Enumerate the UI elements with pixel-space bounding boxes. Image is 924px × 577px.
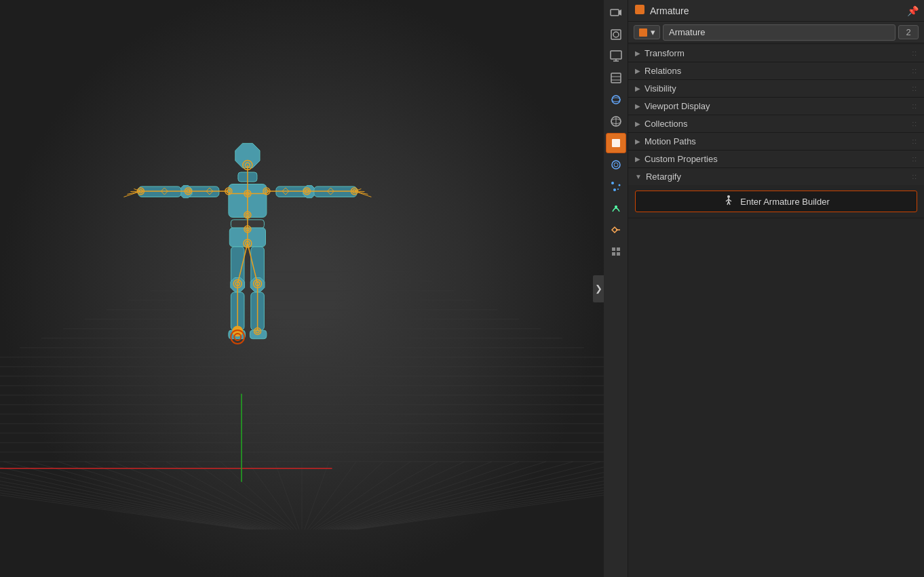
svg-rect-15 (612, 139, 620, 147)
object-name-input[interactable] (663, 24, 896, 41)
toolbar-icon-scene2[interactable] (606, 89, 626, 110)
collections-chevron: ▶ (635, 120, 640, 127)
toolbar-icon-render[interactable] (606, 24, 626, 45)
svg-point-11 (612, 98, 620, 102)
object-selector: ▾ 2 (628, 22, 924, 43)
svg-rect-25 (612, 252, 615, 256)
section-transform: ▶ Transform :: (628, 45, 924, 62)
custom-properties-chevron: ▶ (635, 155, 640, 163)
object-selector-button[interactable]: ▾ (634, 25, 660, 39)
toolbar-icon-output[interactable] (606, 46, 626, 66)
object-count: 2 (898, 25, 919, 39)
svg-rect-28 (639, 28, 647, 37)
custom-properties-drag-handle: :: (912, 155, 917, 163)
svg-point-17 (614, 163, 618, 167)
section-retargify-header[interactable]: ▼ Retargify :: (628, 168, 924, 185)
toolbar-icon-particles[interactable] (606, 176, 626, 197)
relations-drag-handle: :: (912, 67, 917, 75)
collections-label: Collections (644, 119, 688, 129)
section-retargify: ▼ Retargify :: (628, 168, 924, 218)
section-custom-properties: ▶ Custom Properties :: (628, 151, 924, 168)
relations-label: Relations (644, 66, 681, 76)
pin-icon[interactable]: 📌 (907, 5, 919, 16)
section-collections: ▶ Collections :: (628, 115, 924, 133)
enter-armature-label: Enter Armature Builder (740, 197, 830, 207)
retargify-chevron: ▼ (635, 173, 642, 180)
svg-rect-0 (611, 9, 619, 16)
custom-properties-label: Custom Properties (644, 154, 718, 164)
properties-content: ▶ Transform :: ▶ Relations :: ▶ Visibili… (628, 43, 924, 577)
collapse-arrow[interactable]: ❯ (593, 275, 604, 302)
visibility-chevron: ▶ (635, 85, 640, 92)
armature-dot-icon (634, 3, 646, 18)
section-motion-paths-header[interactable]: ▶ Motion Paths :: (628, 133, 924, 150)
motion-paths-label: Motion Paths (644, 136, 696, 146)
toolbar-icon-viewlayer[interactable] (606, 68, 626, 88)
section-viewport-display: ▶ Viewport Display :: (628, 98, 924, 115)
viewport-display-chevron: ▶ (635, 102, 640, 110)
svg-point-10 (612, 96, 620, 104)
viewport-display-drag-handle: :: (912, 102, 917, 110)
transform-drag-handle: :: (912, 49, 917, 57)
section-viewport-display-header[interactable]: ▶ Viewport Display :: (628, 98, 924, 115)
toolbar-icon-world[interactable] (606, 111, 626, 132)
armature-builder-icon (723, 194, 735, 209)
sidebar-toolbar (604, 0, 628, 577)
retargify-content: Enter Armature Builder (628, 185, 924, 218)
retargify-drag-handle: :: (912, 173, 917, 180)
object-type-icon (638, 28, 648, 37)
toolbar-icon-constraints[interactable] (606, 220, 626, 240)
svg-rect-23 (612, 247, 615, 251)
relations-chevron: ▶ (635, 67, 640, 75)
visibility-label: Visibility (644, 83, 676, 94)
svg-point-22 (615, 205, 617, 208)
svg-rect-26 (617, 252, 620, 256)
selector-chevron: ▾ (651, 27, 655, 37)
svg-rect-4 (611, 51, 621, 59)
svg-point-20 (613, 188, 616, 191)
section-relations: ▶ Relations :: (628, 62, 924, 80)
svg-point-16 (612, 161, 620, 169)
toolbar-icon-physics[interactable] (606, 198, 626, 218)
motion-paths-chevron: ▶ (635, 138, 640, 145)
svg-rect-7 (611, 73, 621, 83)
section-motion-paths: ▶ Motion Paths :: (628, 133, 924, 151)
panel-header: Armature 📌 (628, 0, 924, 22)
collections-drag-handle: :: (912, 120, 917, 127)
section-visibility: ▶ Visibility :: (628, 80, 924, 98)
viewport: ❯ (0, 0, 604, 577)
svg-line-34 (729, 201, 730, 205)
viewport-display-label: Viewport Display (644, 101, 710, 111)
section-custom-properties-header[interactable]: ▶ Custom Properties :: (628, 151, 924, 167)
section-visibility-header[interactable]: ▶ Visibility :: (628, 80, 924, 97)
toolbar-icon-data[interactable] (606, 241, 626, 262)
svg-point-18 (611, 182, 614, 184)
collapse-icon: ❯ (595, 283, 602, 294)
svg-point-3 (613, 32, 619, 37)
section-transform-header[interactable]: ▶ Transform :: (628, 45, 924, 62)
transform-label: Transform (644, 48, 685, 58)
svg-rect-24 (617, 247, 620, 251)
panel-title: Armature (650, 5, 903, 16)
section-collections-header[interactable]: ▶ Collections :: (628, 115, 924, 132)
section-relations-header[interactable]: ▶ Relations :: (628, 62, 924, 79)
enter-armature-button[interactable]: Enter Armature Builder (635, 191, 917, 212)
svg-point-19 (618, 184, 620, 186)
toolbar-icon-object[interactable] (606, 133, 626, 153)
toolbar-icon-scene[interactable] (606, 3, 626, 23)
svg-point-21 (617, 188, 619, 190)
toolbar-icon-modifiers[interactable] (606, 155, 626, 175)
svg-point-29 (727, 195, 730, 198)
svg-rect-27 (635, 5, 644, 14)
transform-chevron: ▶ (635, 49, 640, 57)
retargify-label: Retargify (646, 172, 681, 182)
properties-panel: Armature 📌 ▾ 2 ▶ Transform :: ▶ Relatio (628, 0, 924, 577)
motion-paths-drag-handle: :: (912, 138, 917, 145)
visibility-drag-handle: :: (912, 85, 917, 92)
viewport-canvas (0, 0, 604, 577)
svg-rect-2 (611, 30, 621, 39)
